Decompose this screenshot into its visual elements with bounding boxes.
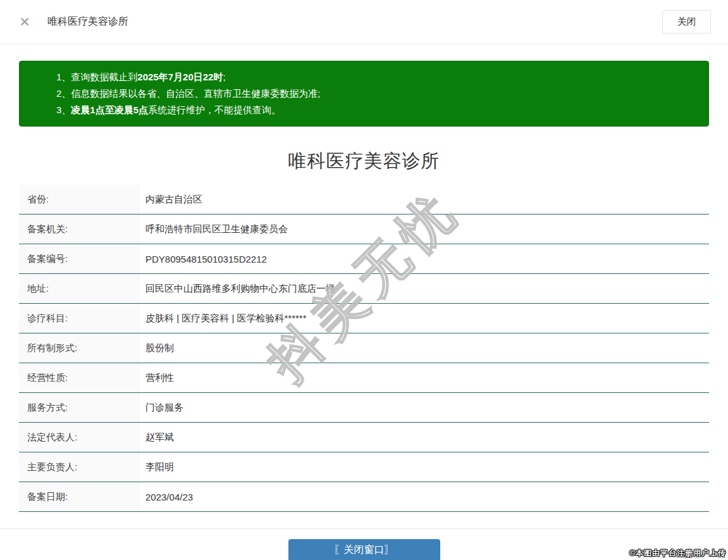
row-value: 门诊服务 [139,393,709,422]
table-row: 备案机关: 呼和浩特市回民区卫生健康委员会 [19,215,709,244]
row-label: 主要负责人: [19,452,139,482]
row-label: 备案编号: [19,244,139,273]
upload-credit: ©本图由平台注册用户上传 [629,548,726,559]
notice-banner: 1、查询数据截止到2025年7月20日22时; 2、信息数据结果以各省、自治区、… [19,61,709,127]
row-label: 省份: [19,185,139,214]
row-value: 呼和浩特市回民区卫生健康委员会 [139,215,709,244]
notice-num: 3、 [56,104,71,115]
window-title: 唯科医疗美容诊所 [47,15,128,28]
row-label: 备案日期: [19,482,139,511]
footer: 〖关闭窗口〗 [0,529,728,560]
close-window-button[interactable]: 〖关闭窗口〗 [288,539,440,560]
row-value: 皮肤科 | 医疗美容科 | 医学检验科****** [139,304,709,333]
row-value: 2023/04/23 [139,482,709,511]
notice-text: 系统进行维护，不能提供查询。 [148,104,281,115]
notice-bold-text: 2025年7月20日22时 [137,72,223,82]
page-title: 唯科医疗美容诊所 [0,148,728,173]
notice-line-1: 1、查询数据截止到2025年7月20日22时; [56,69,696,85]
table-row: 诊疗科目: 皮肤科 | 医疗美容科 | 医学检验科****** [19,304,709,333]
row-value: PDY80954815010315D2212 [139,244,709,273]
table-row: 备案编号: PDY80954815010315D2212 [19,244,709,274]
row-value: 赵军斌 [139,423,709,452]
row-value: 回民区中山西路维多利购物中心东门底店一楼 [139,274,709,303]
notice-line-3: 3、凌晨1点至凌晨5点系统进行维护，不能提供查询。 [56,102,696,118]
topbar: ✕ 唯科医疗美容诊所 关闭 [0,0,728,44]
table-row: 主要负责人: 李阳明 [19,452,709,482]
table-row: 备案日期: 2023/04/23 [19,482,709,512]
table-row: 省份: 内蒙古自治区 [19,185,709,215]
row-value: 内蒙古自治区 [139,185,709,214]
row-label: 经营性质: [19,363,139,392]
row-value: 李阳明 [139,452,709,482]
row-label: 诊疗科目: [19,304,139,333]
notice-num: 1、 [56,72,71,82]
table-row: 地址: 回民区中山西路维多利购物中心东门底店一楼 [19,274,709,304]
table-row: 服务方式: 门诊服务 [19,393,709,423]
row-label: 法定代表人: [19,423,139,452]
row-label: 地址: [19,274,139,303]
row-label: 备案机关: [19,215,139,244]
notice-line-2: 2、信息数据结果以各省、自治区、直辖市卫生健康委数据为准; [56,85,696,102]
row-value: 营利性 [139,363,709,392]
row-label: 服务方式: [19,393,139,422]
row-label: 所有制形式: [19,333,139,363]
table-row: 所有制形式: 股份制 [19,333,709,363]
table-row: 法定代表人: 赵军斌 [19,423,709,452]
row-value: 股份制 [139,333,709,363]
close-button[interactable]: 关闭 [662,10,711,34]
notice-num: 2、 [56,88,71,99]
close-x-icon[interactable]: ✕ [17,15,32,28]
notice-text: ; [223,72,225,82]
table-row: 经营性质: 营利性 [19,363,709,393]
notice-bold-text: 凌晨1点至凌晨5点 [71,104,148,115]
notice-text: 信息数据结果以各省、自治区、直辖市卫生健康委数据为准; [71,88,320,99]
info-table: 省份: 内蒙古自治区 备案机关: 呼和浩特市回民区卫生健康委员会 备案编号: P… [19,185,709,512]
notice-text: 查询数据截止到 [71,72,137,82]
